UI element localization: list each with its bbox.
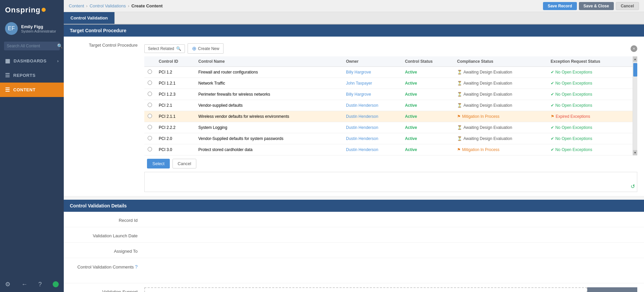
close-popup-button[interactable]: × [631, 45, 637, 52]
row-compliance-status: ⚑ Mitigation In Process [454, 111, 547, 122]
row-owner[interactable]: Billy Hargrove [343, 89, 402, 100]
breadcrumb-separator-2: › [128, 3, 129, 8]
col-control-id: Control ID [155, 56, 195, 67]
table-row: PCI 1.2.1Network TrafficJohn TaxpayerAct… [144, 78, 633, 89]
select-related-label: Select Related [148, 46, 174, 51]
row-radio[interactable] [144, 100, 155, 111]
breadcrumb: Content › Control Validations › Create C… [69, 3, 543, 8]
breadcrumb-control-validations[interactable]: Control Validations [90, 3, 126, 8]
breadcrumb-content[interactable]: Content [69, 3, 84, 8]
cancel-button[interactable]: Cancel [616, 2, 639, 10]
select-cancel-row: Select Cancel [144, 155, 637, 172]
scroll-up-button[interactable]: ▲ [633, 56, 638, 62]
upload-zone[interactable]: ⬆ Drag and Drop Here to Upload to Onspri… [144, 287, 587, 292]
form-section: Target Control Procedure Select Related … [64, 37, 644, 196]
row-exception-status: ✔ No Open Exceptions [547, 122, 633, 133]
comments-help-icon: ? [135, 264, 138, 270]
table-row: PCI 1.2Firewall and router configuration… [144, 67, 633, 78]
row-control-status: Active [402, 144, 454, 155]
table-row: PCI 2.1Vendor-supplied defaultsDustin He… [144, 100, 633, 111]
flag-icon: ⚑ [457, 114, 461, 119]
row-owner[interactable]: Billy Hargrove [343, 67, 402, 78]
search-input[interactable] [7, 44, 57, 48]
check-icon: ✔ [551, 81, 554, 86]
row-control-status: Active [402, 111, 454, 122]
user-section: EF Emily Figg System Administrator [0, 19, 64, 38]
save-close-button[interactable]: Save & Close [579, 2, 614, 10]
refresh-icon: ↺ [631, 183, 635, 190]
cvd-section-title: Control Validation Details [70, 203, 127, 208]
scroll-down-button[interactable]: ▼ [633, 150, 638, 155]
row-radio[interactable] [144, 111, 155, 122]
tcp-toolbar: Select Related 🔍 ⊕ Create New × [144, 41, 637, 56]
sidebar-search-section: 🔍 [0, 38, 64, 54]
cancel-table-button[interactable]: Cancel [172, 159, 196, 168]
row-owner[interactable]: Dustin Henderson [343, 144, 402, 155]
select-related-search-icon: 🔍 [176, 46, 181, 51]
topbar-buttons: Save Record Save & Close Cancel [543, 2, 639, 10]
row-compliance-status: ⏳ Awaiting Design Evaluation [454, 89, 547, 100]
table-row: PCI 3.0Protect stored cardholder dataDus… [144, 144, 633, 155]
logo-text: Onspring● [5, 4, 47, 15]
sidebar-item-content[interactable]: ☰ CONTENT [0, 83, 64, 97]
flag-icon: ⚑ [551, 114, 554, 119]
row-radio[interactable] [144, 78, 155, 89]
sidebar: Onspring● EF Emily Figg System Administr… [0, 0, 64, 292]
row-radio[interactable] [144, 133, 155, 144]
sidebar-search-box[interactable]: 🔍 [4, 42, 60, 50]
assigned-to-row: Assigned To [64, 243, 644, 258]
logo-dot: ● [41, 4, 47, 14]
col-exception-status: Exception Request Status [547, 56, 633, 67]
create-new-button[interactable]: ⊕ Create New [188, 43, 224, 54]
row-radio[interactable] [144, 122, 155, 133]
select-related-button[interactable]: Select Related 🔍 [144, 44, 185, 53]
row-exception-status: ✔ No Open Exceptions [547, 100, 633, 111]
row-radio[interactable] [144, 144, 155, 155]
row-owner[interactable]: Dustin Henderson [343, 111, 402, 122]
row-control-status: Active [402, 89, 454, 100]
scroll-thumb[interactable] [633, 63, 637, 77]
row-radio[interactable] [144, 89, 155, 100]
sidebar-item-label-reports: REPORTS [13, 73, 36, 78]
row-exception-status: ✔ No Open Exceptions [547, 133, 633, 144]
table-scrollbar[interactable]: ▲ ▼ [633, 56, 637, 155]
help-icon[interactable]: ? [38, 281, 42, 288]
row-control-status: Active [402, 133, 454, 144]
sidebar-bottom: ⚙ ← ? [0, 277, 64, 292]
back-icon[interactable]: ← [21, 281, 28, 288]
save-record-button[interactable]: Save Record [543, 2, 577, 10]
radio-header [144, 56, 155, 67]
row-control-name: System Logging [195, 122, 343, 133]
row-owner[interactable]: Dustin Henderson [343, 100, 402, 111]
row-control-id: PCI 2.1.1 [155, 111, 195, 122]
sidebar-item-reports[interactable]: ☰ REPORTS [0, 68, 64, 83]
chevron-right-icon: › [57, 59, 59, 63]
row-control-id: PCI 2.1 [155, 100, 195, 111]
tab-control-validation[interactable]: Control Validation [64, 12, 115, 24]
hourglass-icon: ⏳ [457, 92, 462, 97]
check-icon: ✔ [551, 125, 554, 130]
row-control-name: Vendor-Supplied defaults for system pass… [195, 133, 343, 144]
row-owner[interactable]: Dustin Henderson [343, 122, 402, 133]
table-row: PCI 2.1.1Wireless vendor defaults for wi… [144, 111, 633, 122]
tcp-wrapper: Select Related 🔍 ⊕ Create New × [144, 41, 637, 192]
tcp-field: Select Related 🔍 ⊕ Create New × [144, 41, 637, 192]
tcp-label: Target Control Procedure [70, 41, 144, 48]
add-attachments-button[interactable]: 📁 Add Attachments [587, 287, 637, 292]
settings-icon[interactable]: ⚙ [5, 281, 10, 288]
row-compliance-status: ⚑ Mitigation In Process [454, 144, 547, 155]
tcp-section-header: Target Control Procedure [64, 25, 644, 37]
select-button[interactable]: Select [147, 159, 170, 168]
validation-support-label: Validation Support [70, 287, 144, 292]
row-control-name: Wireless vendor defaults for wireless en… [195, 111, 343, 122]
avatar: EF [5, 22, 18, 35]
sidebar-item-dashboards[interactable]: ▦ DASHBOARDS › [0, 54, 64, 68]
tabbar: Control Validation [64, 12, 644, 25]
row-radio[interactable] [144, 67, 155, 78]
row-compliance-status: ⏳ Awaiting Design Evaluation [454, 100, 547, 111]
col-control-name: Control Name [195, 56, 343, 67]
row-compliance-status: ⏳ Awaiting Design Evaluation [454, 122, 547, 133]
row-owner[interactable]: John Taxpayer [343, 78, 402, 89]
user-role: System Administrator [21, 29, 56, 33]
row-owner[interactable]: Dustin Henderson [343, 133, 402, 144]
